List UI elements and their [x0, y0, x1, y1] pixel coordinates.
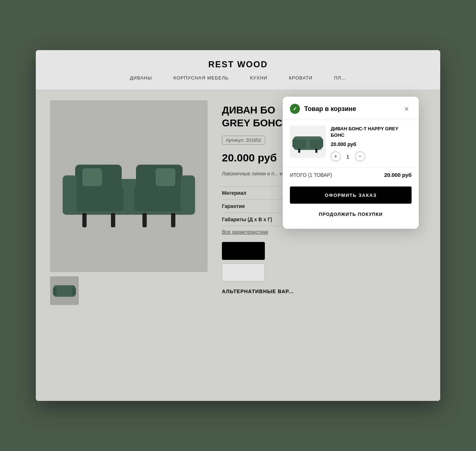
cart-item-price: 20.000 руб	[331, 141, 412, 147]
quantity-control: + 1 −	[331, 151, 412, 161]
cart-close-button[interactable]: ×	[402, 104, 412, 114]
cart-item: ДИВАН БОНС-Т HAPPY GREY БОНС 20.000 руб …	[283, 120, 419, 167]
qty-increase-button[interactable]: +	[331, 151, 341, 161]
cart-title: Товар в корзине	[304, 105, 402, 113]
cart-item-info: ДИВАН БОНС-Т HAPPY GREY БОНС 20.000 руб …	[331, 126, 412, 161]
cart-item-image	[290, 126, 326, 158]
continue-shopping-button[interactable]: ПРОДОЛЖИТЬ ПОКУПКИ	[290, 207, 412, 222]
cart-check-icon	[290, 104, 300, 114]
svg-rect-19	[295, 139, 306, 149]
cart-total-row: ИТОГО (1 ТОВАР) 20.000 руб	[283, 167, 419, 182]
cart-item-name: ДИВАН БОНС-Т HAPPY GREY БОНС	[331, 126, 412, 139]
cart-popup: Товар в корзине × ДИВАН БОНС-Т HAPPY GRE…	[283, 97, 419, 229]
qty-value: 1	[345, 154, 351, 160]
svg-rect-20	[310, 139, 320, 149]
qty-decrease-button[interactable]: −	[355, 151, 365, 161]
checkout-button[interactable]: ОФОРМИТЬ ЗАКАЗ	[290, 186, 412, 204]
svg-rect-22	[315, 149, 317, 153]
svg-rect-21	[298, 149, 300, 153]
cart-total-label: ИТОГО (1 ТОВАР)	[290, 172, 332, 178]
cart-total-price: 20.000 руб	[384, 172, 412, 178]
cart-header: Товар в корзине ×	[283, 97, 419, 120]
